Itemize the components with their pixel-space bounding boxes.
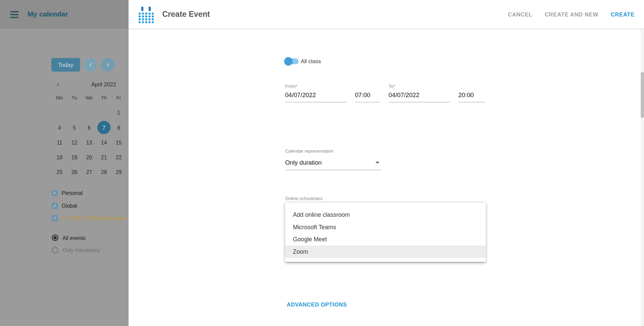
calendar-day[interactable]: 18 bbox=[52, 150, 67, 164]
toggle-thumb[interactable] bbox=[284, 57, 292, 65]
calendar-day[interactable]: 25 bbox=[52, 165, 67, 179]
radio-label: Only mandatory bbox=[62, 247, 100, 253]
scrollbar[interactable] bbox=[641, 29, 644, 326]
filter-personal[interactable]: ✓ Personal bbox=[52, 190, 83, 196]
checkbox-checked-icon[interactable]: ✓ bbox=[52, 203, 58, 209]
from-date-input[interactable]: 04/07/2022 bbox=[285, 91, 347, 103]
calendar-day[interactable]: 13 bbox=[82, 135, 97, 150]
calendar-day[interactable]: 21 bbox=[97, 150, 111, 164]
menu-icon[interactable] bbox=[10, 11, 18, 18]
checkbox-checked-icon[interactable]: ✓ bbox=[52, 190, 58, 196]
calendar-day[interactable]: 19 bbox=[67, 150, 82, 164]
calendar-day[interactable]: 15 bbox=[111, 135, 126, 150]
weekday-header: Fr bbox=[111, 95, 126, 101]
calendar-day-selected[interactable]: 7 bbox=[97, 121, 110, 134]
weekday-header: We bbox=[82, 95, 97, 101]
radio-all-events[interactable]: All events bbox=[52, 235, 86, 241]
filter-global[interactable]: ✓ Global bbox=[52, 203, 77, 209]
app-window: My calendar Today ‹ › ‹ April 2022 Mo Tu… bbox=[0, 0, 644, 326]
app-title: My calendar bbox=[28, 10, 68, 18]
to-time-input[interactable]: 20:00 bbox=[458, 91, 485, 103]
calendar-day[interactable]: 1 bbox=[111, 105, 126, 120]
calendar-day[interactable]: 11 bbox=[52, 135, 67, 150]
sidebar-header: My calendar bbox=[0, 0, 129, 29]
calendar-day[interactable]: 4 bbox=[52, 120, 67, 135]
calendar-representation-value: Only duration bbox=[285, 159, 321, 166]
create-and-new-button[interactable]: CREATE AND NEW bbox=[545, 11, 598, 17]
calendar-icon bbox=[137, 5, 156, 24]
mini-calendar-grid: 1 4 5 6 7 8 11 12 13 14 15 18 19 20 21 2… bbox=[52, 105, 126, 179]
calendar-day[interactable]: 14 bbox=[97, 135, 111, 150]
all-class-label: All class bbox=[301, 58, 321, 65]
weekday-header: Tu bbox=[67, 95, 82, 101]
filter-label: Global bbox=[62, 203, 77, 209]
calendar-day[interactable]: 8 bbox=[111, 120, 126, 135]
chevron-right-icon: › bbox=[107, 60, 109, 69]
to-label: To* bbox=[389, 83, 395, 88]
menu-item-google-meet[interactable]: Google Meet bbox=[285, 233, 486, 246]
prev-month-icon[interactable]: ‹ bbox=[57, 80, 59, 88]
month-label: April 2022 bbox=[91, 81, 116, 87]
calendar-day-empty bbox=[82, 105, 97, 120]
calendar-day[interactable]: 22 bbox=[111, 150, 126, 164]
all-class-toggle[interactable] bbox=[286, 58, 299, 64]
radio-label: All events bbox=[62, 235, 86, 241]
calendar-representation-label: Calendar representation bbox=[285, 149, 333, 154]
calendar-day-empty bbox=[97, 105, 111, 120]
weekday-header: Th bbox=[97, 95, 111, 101]
online-schoolclass-label: Online schoolclass bbox=[285, 196, 323, 201]
sidebar: My calendar Today ‹ › ‹ April 2022 Mo Tu… bbox=[0, 0, 129, 326]
prev-nav-button[interactable]: ‹ bbox=[84, 58, 97, 72]
dialog-actions: CANCEL CREATE AND NEW CREATE bbox=[508, 0, 635, 29]
online-schoolclass-underline bbox=[286, 262, 485, 262]
calendar-day[interactable]: 6 bbox=[82, 120, 97, 135]
from-label: From* bbox=[285, 83, 297, 88]
next-nav-button[interactable]: › bbox=[101, 58, 114, 72]
calendar-day[interactable]: 12 bbox=[67, 135, 82, 150]
calendar-day-empty bbox=[67, 105, 82, 120]
weekday-header: Mo bbox=[52, 95, 67, 101]
radio-selected-icon[interactable] bbox=[52, 235, 58, 241]
radio-unselected-icon[interactable] bbox=[52, 247, 58, 253]
cancel-button[interactable]: CANCEL bbox=[508, 11, 532, 17]
calendar-day[interactable]: 26 bbox=[67, 165, 82, 179]
filter-label: 1° A SE E LNDi (No mover) bbox=[62, 215, 127, 221]
menu-item-zoom[interactable]: Zoom bbox=[285, 246, 486, 258]
filter-class[interactable]: ✓ 1° A SE E LNDi (No mover) bbox=[52, 215, 126, 221]
chevron-left-icon: ‹ bbox=[89, 60, 92, 69]
to-date-input[interactable]: 04/07/2022 bbox=[389, 91, 450, 103]
checkbox-checked-icon[interactable]: ✓ bbox=[52, 215, 58, 221]
calendar-day[interactable]: 20 bbox=[82, 150, 97, 164]
calendar-day[interactable]: 29 bbox=[111, 165, 126, 179]
scrollbar-thumb[interactable] bbox=[641, 72, 644, 118]
menu-item-microsoft-teams[interactable]: Microsoft Teams bbox=[285, 221, 486, 233]
filter-label: Personal bbox=[62, 190, 83, 196]
calendar-day[interactable]: 5 bbox=[67, 120, 82, 135]
dropdown-arrow-icon bbox=[376, 162, 380, 164]
create-button[interactable]: CREATE bbox=[611, 11, 635, 17]
radio-only-mandatory[interactable]: Only mandatory bbox=[52, 247, 100, 253]
dialog-title: Create Event bbox=[162, 10, 210, 19]
online-schoolclass-menu: Add online classroom Microsoft Teams Goo… bbox=[285, 202, 486, 262]
dialog-header: Create Event CANCEL CREATE AND NEW CREAT… bbox=[129, 0, 644, 29]
weekday-headers: Mo Tu We Th Fr bbox=[52, 95, 126, 101]
calendar-day[interactable]: 27 bbox=[82, 165, 97, 179]
from-time-input[interactable]: 07:00 bbox=[355, 91, 380, 103]
calendar-representation-select[interactable]: Only duration bbox=[285, 159, 381, 170]
calendar-day[interactable]: 28 bbox=[97, 165, 111, 179]
today-button[interactable]: Today bbox=[51, 58, 80, 72]
menu-item-add-online-classroom[interactable]: Add online classroom bbox=[285, 209, 486, 221]
calendar-day-empty bbox=[52, 105, 67, 120]
advanced-options-button[interactable]: ADVANCED OPTIONS bbox=[287, 301, 347, 308]
